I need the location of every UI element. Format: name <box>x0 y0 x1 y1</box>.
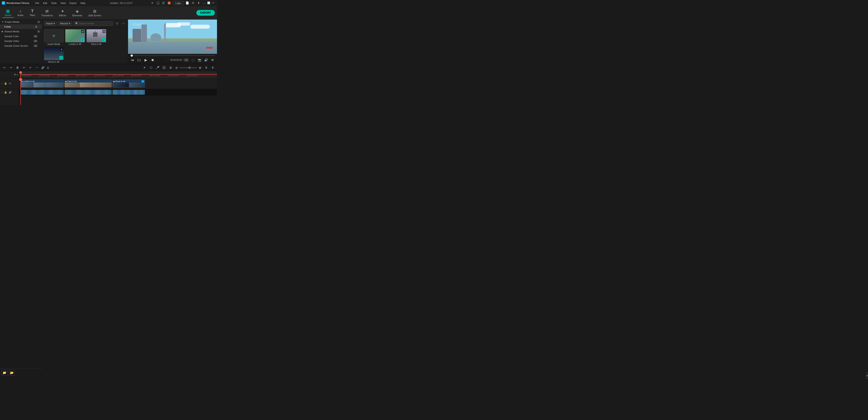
tab-effects[interactable]: ✦ Effects <box>56 8 69 18</box>
maximize-button[interactable]: ⬜ <box>207 1 211 5</box>
undo-button[interactable]: ↩ <box>2 65 7 70</box>
track-lock-icon[interactable]: 🔓 <box>4 82 8 86</box>
search-input[interactable]: 🔍 Search media <box>73 21 113 26</box>
track-visibility-icon[interactable]: 👁 <box>8 82 12 86</box>
add-track-left-button[interactable]: ⊕ <box>14 73 16 76</box>
stop-button[interactable]: ⏹ <box>150 58 155 62</box>
sidebar: ▼ Project Media 3 Folder 3 ▶ Shared Medi… <box>0 20 42 64</box>
transport-row: ⏮ ▷| ▶ ⏹ { } 00:00:00:00 1/2 ⬚ 📷 🔊 ⚙ <box>130 57 215 62</box>
progress-handle[interactable] <box>131 55 133 57</box>
fullscreen-button[interactable]: ⬚ <box>190 58 195 62</box>
arrow-down-icon: ▼ <box>2 21 4 23</box>
media-item-rome[interactable]: ⊞ ✓ Rome in 4K <box>44 47 64 63</box>
minimize-button[interactable]: — <box>202 1 207 5</box>
tab-split-screen[interactable]: ⊞ Split Screen <box>86 8 104 18</box>
media-item-paris[interactable]: ⊞ ✓ Paris in 4K <box>87 29 106 46</box>
silence-detect-button[interactable]: ⬛ <box>161 65 167 70</box>
import-media-button[interactable]: + Import Media <box>44 29 64 46</box>
link-button[interactable]: 🔗 <box>41 66 45 70</box>
clip-london[interactable]: ▶ London in 4K <box>21 80 64 88</box>
adjust-button[interactable]: ≡ <box>28 65 33 70</box>
clip-paris-thumbstrip <box>65 83 112 87</box>
menu-export[interactable]: Export <box>68 1 78 5</box>
london-label: London in 4K <box>69 43 82 46</box>
subtitle-button[interactable]: ⊞ <box>168 65 173 70</box>
tab-audio[interactable]: ♪ Audio <box>15 8 26 18</box>
tab-elements[interactable]: ◈ Elements <box>70 8 85 18</box>
record-dropdown[interactable]: Record ▾ <box>58 21 72 26</box>
tracks-menu-button[interactable]: ≡ <box>17 73 18 76</box>
zoom-slider[interactable] <box>180 67 197 68</box>
media-browser: Import ▾ Record ▾ 🔍 Search media ▽ ⋯ + I… <box>42 20 128 64</box>
ripple-button[interactable]: 〰 <box>34 65 39 70</box>
plus-icon: + <box>52 32 56 39</box>
ratio-select[interactable]: 1/2 <box>184 58 189 62</box>
timeline-settings-button[interactable]: ⏸ <box>210 65 215 70</box>
thumb-frame <box>34 83 46 87</box>
menu-tools[interactable]: Tools <box>49 1 58 5</box>
project-media-label: Project Media <box>5 21 19 23</box>
view-options-button[interactable]: ⋯ <box>121 21 126 26</box>
tab-media[interactable]: ▦ Media <box>2 8 14 18</box>
play-button[interactable]: ▶ <box>143 57 148 62</box>
video-track: ▶ London in 4K ▶ Paris in 4K <box>19 78 217 89</box>
tab-titles-label: Titles <box>30 14 35 17</box>
cart-icon[interactable]: 🛒 <box>162 1 165 5</box>
zoom-handle[interactable] <box>188 67 190 69</box>
headphone-icon[interactable]: 🎧 <box>156 1 160 5</box>
skip-back-button[interactable]: ⏮ <box>130 58 135 62</box>
menu-view[interactable]: View <box>59 1 67 5</box>
audio-wave-london <box>21 90 64 95</box>
login-button[interactable]: Login <box>173 1 184 5</box>
frame-back-button[interactable]: ▷| <box>137 58 142 62</box>
audio-track <box>19 89 217 95</box>
progress-bar[interactable] <box>130 55 215 56</box>
download-icon[interactable]: ⬇ <box>196 1 200 5</box>
import-dropdown[interactable]: Import ▾ <box>44 21 57 26</box>
sidebar-item-sample-color[interactable]: Sample Color 25 <box>0 34 42 39</box>
sidebar-item-sample-green-screen[interactable]: Sample Green Screen 10 <box>0 43 42 48</box>
voice-over-button[interactable]: 🎤 <box>155 65 160 70</box>
gift-icon[interactable]: 🎁 <box>167 1 171 5</box>
ruler-progress-line <box>21 74 217 75</box>
color-grade-button[interactable]: ☀ <box>142 65 147 70</box>
tab-titles[interactable]: T Titles <box>27 8 38 18</box>
clip-paris[interactable]: ▶ Paris in 4K <box>64 80 112 88</box>
export-button[interactable]: EXPORT <box>196 10 215 16</box>
sidebar-item-sample-video[interactable]: Sample Video 20 <box>0 39 42 43</box>
audio-mute-icon[interactable]: 🔊 <box>8 90 12 94</box>
menu-edit[interactable]: Edit <box>41 1 49 5</box>
clip-rome[interactable]: ▶ Rome in 4K <box>113 80 145 88</box>
brightness-icon[interactable]: ☀ <box>150 1 154 5</box>
volume-button[interactable]: 🔊 <box>204 58 208 62</box>
menu-file[interactable]: File <box>34 1 41 5</box>
audio-lock-icon[interactable]: 🔓 <box>4 90 8 94</box>
redo-button[interactable]: ↪ <box>8 65 13 70</box>
sidebar-project-media[interactable]: ▼ Project Media 3 <box>0 20 42 24</box>
zoom-out-button[interactable]: ⊖ <box>175 65 179 70</box>
pause-button[interactable]: ⏸ <box>204 65 209 70</box>
tab-transitions[interactable]: ⇄ Transitions <box>39 8 55 18</box>
search-icon: 🔍 <box>75 22 78 25</box>
filter-button[interactable]: ▽ <box>114 21 120 26</box>
close-button[interactable]: ✕ <box>211 1 215 5</box>
mask-button[interactable]: ⬡ <box>148 65 154 70</box>
tab-effects-label: Effects <box>59 14 66 17</box>
delete-button[interactable]: 🗑 <box>15 65 20 70</box>
screenshot-button[interactable]: 📷 <box>197 58 202 62</box>
zoom-in-button[interactable]: ⊕ <box>198 65 202 70</box>
menu-help[interactable]: Help <box>79 1 87 5</box>
settings-button[interactable]: ⚙ <box>210 58 215 62</box>
doc-icon[interactable]: 📄 <box>185 1 189 5</box>
timeline-tracks: ▶ London in 4K ▶ Paris in 4K <box>19 78 217 105</box>
thumb-frame <box>21 83 34 87</box>
sidebar-shared-media[interactable]: ▶ Shared Media 0 <box>0 29 42 34</box>
audio-icon: ♪ <box>20 9 22 13</box>
mail-icon[interactable]: ✉ <box>191 1 195 5</box>
sidebar-item-folder[interactable]: Folder 3 <box>0 24 42 29</box>
cut-button[interactable]: ✂ <box>21 65 27 70</box>
sample-green-screen-label: Sample Green Screen <box>4 44 28 47</box>
media-item-london[interactable]: ⊞ ✓ 🌳 London in 4K <box>65 29 85 46</box>
ruler-mark-5: 00:12:30:00 <box>113 74 131 78</box>
snap-button[interactable]: ⊡ <box>46 66 50 70</box>
